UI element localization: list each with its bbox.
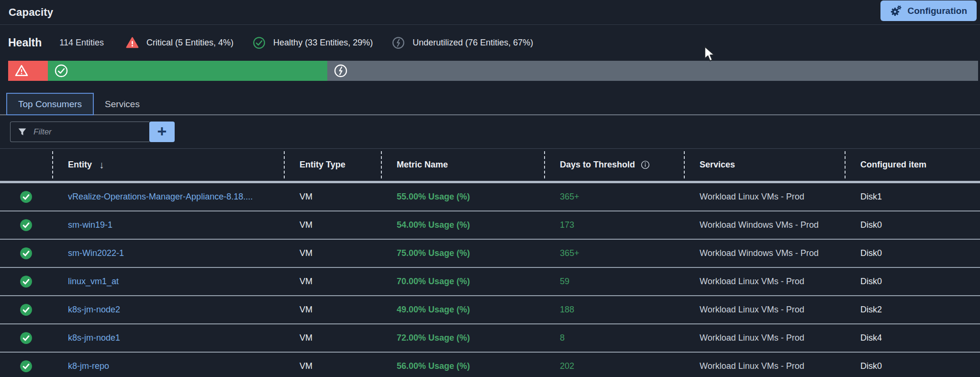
services-cell: Workload Linux VMs - Prod <box>684 277 845 287</box>
metric-name-cell: 75.00% Usage (%) <box>381 248 544 258</box>
metric-name-cell: 70.00% Usage (%) <box>381 277 544 287</box>
healthy-status-icon <box>20 303 33 316</box>
entity-link[interactable]: k8s-jm-node1 <box>68 333 120 343</box>
healthy-status-icon <box>20 360 33 373</box>
configuration-button-label: Configuration <box>907 6 967 16</box>
column-header-services[interactable]: Services <box>684 149 845 181</box>
table-row[interactable]: sm-win19-1 VM 54.00% Usage (%) 173 Workl… <box>0 211 980 240</box>
column-header-days-to-threshold[interactable]: Days to Threshold <box>544 149 684 181</box>
days-to-threshold-cell: 365+ <box>544 248 684 258</box>
services-cell: Workload Linux VMs - Prod <box>684 333 845 343</box>
table-row[interactable]: vRealize-Operations-Manager-Appliance-8.… <box>0 183 980 211</box>
configured-item-cell: Disk1 <box>845 192 980 202</box>
entity-type-cell: VM <box>284 277 381 287</box>
bar-segment-underutilized[interactable] <box>327 61 978 81</box>
days-to-threshold-cell: 202 <box>544 361 684 371</box>
healthy-status-icon <box>20 219 33 232</box>
configured-item-cell: Disk0 <box>845 277 980 287</box>
column-header-entity-label: Entity <box>68 160 92 170</box>
column-header-status <box>0 149 52 181</box>
table-header-row: Entity ↓ Entity Type Metric Name Days to… <box>0 148 980 183</box>
filter-funnel-icon <box>17 127 27 137</box>
filter-field <box>10 122 149 142</box>
services-cell: Workload Linux VMs - Prod <box>684 192 845 202</box>
entity-link[interactable]: k8s-jm-node2 <box>68 305 120 314</box>
tab-top-consumers-label: Top Consumers <box>18 99 82 110</box>
filter-row: + <box>0 115 980 142</box>
bar-segment-healthy[interactable] <box>48 61 327 81</box>
healthy-status-icon <box>20 247 33 260</box>
entity-type-cell: VM <box>284 220 381 230</box>
entity-link[interactable]: linux_vm1_at <box>68 277 119 286</box>
services-cell: Workload Linux VMs - Prod <box>684 361 845 371</box>
entity-link[interactable]: k8-jm-repo <box>68 361 109 371</box>
warning-triangle-icon <box>14 64 29 78</box>
health-total-entities: 114 Entities <box>59 38 104 48</box>
days-to-threshold-cell: 8 <box>544 333 684 343</box>
tab-services[interactable]: Services <box>94 93 151 115</box>
circle-bolt-icon <box>392 36 405 49</box>
entity-link[interactable]: sm-win19-1 <box>68 220 112 230</box>
legend-label-critical: Critical (5 Entities, 4%) <box>146 38 234 48</box>
table-row[interactable]: sm-Win2022-1 VM 75.00% Usage (%) 365+ Wo… <box>0 240 980 268</box>
legend-item-healthy[interactable]: Healthy (33 Entities, 29%) <box>253 36 373 49</box>
table-row[interactable]: k8-jm-repo VM 56.00% Usage (%) 202 Workl… <box>0 353 980 377</box>
column-header-configured-item[interactable]: Configured item <box>845 149 980 181</box>
info-icon[interactable] <box>640 160 650 170</box>
column-header-entity[interactable]: Entity ↓ <box>52 149 284 181</box>
metric-name-cell: 56.00% Usage (%) <box>381 361 544 371</box>
legend-label-healthy: Healthy (33 Entities, 29%) <box>273 38 373 48</box>
legend-item-critical[interactable]: Critical (5 Entities, 4%) <box>126 36 234 49</box>
sort-descending-icon: ↓ <box>99 159 104 171</box>
circle-check-icon <box>54 64 68 78</box>
days-to-threshold-cell: 173 <box>544 220 684 230</box>
metric-name-cell: 49.00% Usage (%) <box>381 305 544 315</box>
table-row[interactable]: k8s-jm-node2 VM 49.00% Usage (%) 188 Wor… <box>0 296 980 324</box>
column-header-metric-name[interactable]: Metric Name <box>381 149 544 181</box>
metric-name-cell: 54.00% Usage (%) <box>381 220 544 230</box>
gear-icon <box>890 5 902 17</box>
healthy-status-icon <box>20 190 33 203</box>
healthy-status-icon <box>20 275 33 288</box>
tab-strip: Top Consumers Services <box>0 92 980 115</box>
circle-check-icon <box>253 36 266 49</box>
column-header-entity-type[interactable]: Entity Type <box>284 149 381 181</box>
configured-item-cell: Disk0 <box>845 248 980 258</box>
metric-name-cell: 72.00% Usage (%) <box>381 333 544 343</box>
days-to-threshold-cell: 188 <box>544 305 684 315</box>
entity-link[interactable]: vRealize-Operations-Manager-Appliance-8.… <box>68 192 253 201</box>
top-consumers-table: Entity ↓ Entity Type Metric Name Days to… <box>0 148 980 377</box>
entity-link[interactable]: sm-Win2022-1 <box>68 248 124 258</box>
table-row[interactable]: k8s-jm-node1 VM 72.00% Usage (%) 8 Workl… <box>0 324 980 353</box>
entity-type-cell: VM <box>284 333 381 343</box>
configured-item-cell: Disk2 <box>845 305 980 315</box>
legend-label-underutilized: Underutilized (76 Entities, 67%) <box>412 38 533 48</box>
health-section: Health 114 Entities Critical (5 Entities… <box>0 25 980 81</box>
services-cell: Workload Linux VMs - Prod <box>684 305 845 315</box>
legend-item-underutilized[interactable]: Underutilized (76 Entities, 67%) <box>392 36 533 49</box>
services-cell: Workload Windows VMs - Prod <box>684 220 845 230</box>
configured-item-cell: Disk0 <box>845 220 980 230</box>
tab-top-consumers[interactable]: Top Consumers <box>6 93 94 115</box>
top-bar: Capacity Configurati <box>0 0 980 25</box>
entity-type-cell: VM <box>284 305 381 315</box>
table-body: vRealize-Operations-Manager-Appliance-8.… <box>0 183 980 377</box>
services-cell: Workload Windows VMs - Prod <box>684 248 845 258</box>
healthy-status-icon <box>20 332 33 344</box>
table-row[interactable]: linux_vm1_at VM 70.00% Usage (%) 59 Work… <box>0 268 980 296</box>
health-heading: Health <box>8 36 42 49</box>
add-filter-button[interactable]: + <box>149 122 175 142</box>
column-header-days-label: Days to Threshold <box>560 160 635 170</box>
tab-services-label: Services <box>105 99 140 110</box>
configuration-button[interactable]: Configuration <box>880 0 977 21</box>
health-distribution-bar <box>8 61 978 81</box>
circle-bolt-icon <box>334 64 348 78</box>
metric-name-cell: 55.00% Usage (%) <box>381 192 544 202</box>
configured-item-cell: Disk4 <box>845 333 980 343</box>
bar-segment-critical[interactable] <box>8 61 48 81</box>
configured-item-cell: Disk0 <box>845 361 980 371</box>
filter-input[interactable] <box>33 127 143 137</box>
warning-triangle-icon <box>126 36 139 49</box>
days-to-threshold-cell: 365+ <box>544 192 684 202</box>
days-to-threshold-cell: 59 <box>544 277 684 287</box>
